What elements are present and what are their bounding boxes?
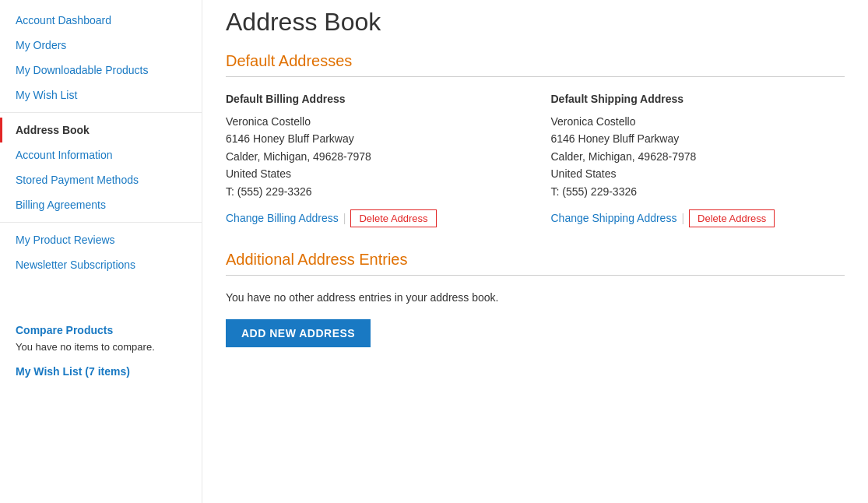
shipping-address-block: Default Shipping Address Veronica Costel… — [551, 93, 845, 227]
sidebar-item-account-dashboard[interactable]: Account Dashboard — [0, 8, 202, 33]
sidebar-divider-1 — [0, 112, 202, 113]
wishlist-label: My Wish List — [16, 365, 82, 378]
billing-phone: T: (555) 229-3326 — [226, 185, 312, 198]
shipping-street: 6146 Honey Bluff Parkway — [551, 132, 680, 145]
billing-address-title: Default Billing Address — [226, 93, 520, 105]
change-billing-address-link[interactable]: Change Billing Address — [226, 212, 339, 224]
shipping-country: United States — [551, 167, 617, 180]
shipping-phone: T: (555) 229-3326 — [551, 185, 638, 198]
sidebar-item-billing-agreements[interactable]: Billing Agreements — [0, 192, 202, 217]
delete-billing-address-button[interactable]: Delete Address — [350, 209, 436, 227]
additional-addresses-title: Additional Address Entries — [226, 251, 845, 269]
shipping-address-text: Veronica Costello 6146 Honey Bluff Parkw… — [551, 113, 845, 200]
billing-address-actions: Change Billing Address | Delete Address — [226, 209, 520, 227]
shipping-separator: | — [681, 212, 684, 224]
sidebar-item-my-orders[interactable]: My Orders — [0, 33, 202, 58]
billing-street: 6146 Honey Bluff Parkway — [226, 132, 354, 145]
billing-separator: | — [343, 212, 346, 224]
sidebar-item-account-information[interactable]: Account Information — [0, 142, 202, 167]
shipping-name: Veronica Costello — [551, 115, 636, 128]
sidebar-item-address-book[interactable]: Address Book — [0, 118, 202, 142]
shipping-address-actions: Change Shipping Address | Delete Address — [551, 209, 845, 227]
sidebar-item-newsletter-subscriptions[interactable]: Newsletter Subscriptions — [0, 252, 202, 277]
wishlist-count: (7 items) — [85, 365, 130, 378]
billing-address-text: Veronica Costello 6146 Honey Bluff Parkw… — [226, 113, 520, 200]
shipping-address-title: Default Shipping Address — [551, 93, 845, 105]
sidebar-item-my-wish-list[interactable]: My Wish List — [0, 83, 202, 107]
addresses-grid: Default Billing Address Veronica Costell… — [226, 93, 845, 227]
default-addresses-divider — [226, 76, 845, 77]
sidebar-bottom: Compare Products You have no items to co… — [0, 277, 202, 385]
main-content: Address Book Default Addresses Default B… — [202, 0, 868, 503]
billing-country: United States — [226, 167, 291, 180]
sidebar-item-my-product-reviews[interactable]: My Product Reviews — [0, 227, 202, 252]
add-new-address-button[interactable]: Add New Address — [226, 319, 371, 347]
compare-products-title: Compare Products — [16, 324, 186, 336]
change-shipping-address-link[interactable]: Change Shipping Address — [551, 212, 677, 224]
sidebar-wishlist-link[interactable]: My Wish List (7 items) — [16, 365, 130, 378]
delete-shipping-address-button[interactable]: Delete Address — [689, 209, 775, 227]
default-addresses-section-title: Default Addresses — [226, 52, 845, 70]
billing-city-state: Calder, Michigan, 49628-7978 — [226, 150, 371, 163]
sidebar-item-my-downloadable-products[interactable]: My Downloadable Products — [0, 58, 202, 83]
sidebar: Account Dashboard My Orders My Downloada… — [0, 0, 202, 503]
billing-address-block: Default Billing Address Veronica Costell… — [226, 93, 520, 227]
additional-addresses-section: Additional Address Entries You have no o… — [226, 251, 845, 347]
page-title: Address Book — [226, 8, 845, 37]
no-entries-message: You have no other address entries in you… — [226, 291, 845, 304]
sidebar-item-stored-payment-methods[interactable]: Stored Payment Methods — [0, 167, 202, 192]
shipping-city-state: Calder, Michigan, 49628-7978 — [551, 150, 697, 163]
compare-products-text: You have no items to compare. — [16, 341, 186, 353]
sidebar-divider-2 — [0, 222, 202, 223]
additional-addresses-divider — [226, 275, 845, 276]
billing-name: Veronica Costello — [226, 115, 311, 128]
